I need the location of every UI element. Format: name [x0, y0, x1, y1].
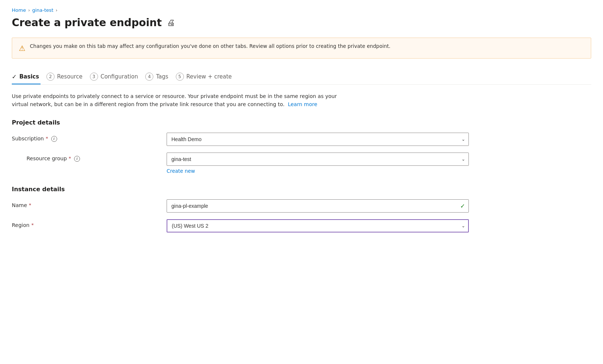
warning-banner: ⚠ Changes you make on this tab may affec…	[12, 38, 591, 59]
create-new-link[interactable]: Create new	[167, 168, 195, 174]
subscription-label: Subscription	[12, 136, 44, 141]
region-required: *	[31, 222, 34, 228]
tab-resource-label: Resource	[57, 73, 83, 80]
tab-tags-label: Tags	[156, 73, 168, 80]
description-text: Use private endpoints to privately conne…	[12, 92, 344, 109]
breadcrumb: Home › gina-test ›	[12, 7, 591, 13]
resource-group-row: Resource group * i gina-test ⌄ Create ne…	[12, 153, 591, 174]
resource-group-label-col: Resource group * i	[12, 153, 167, 162]
name-control: ✓	[167, 199, 469, 213]
tab-review-num: 5	[176, 73, 184, 81]
breadcrumb-sep-2: ›	[56, 8, 57, 13]
breadcrumb-sep-1: ›	[28, 8, 30, 13]
tab-resource-num: 2	[46, 73, 55, 81]
page-title-row: Create a private endpoint 🖨	[12, 17, 591, 29]
name-input[interactable]	[167, 199, 469, 213]
resource-group-required: *	[69, 155, 71, 161]
tab-review-create[interactable]: 5 Review + create	[176, 69, 239, 84]
learn-more-link[interactable]: Learn more	[288, 101, 317, 107]
tab-configuration[interactable]: 3 Configuration	[90, 69, 146, 84]
tab-configuration-num: 3	[90, 73, 98, 81]
instance-details-title: Instance details	[12, 186, 591, 193]
subscription-control: Health Demo ⌄	[167, 133, 469, 146]
project-details-section: Project details Subscription * i Health …	[12, 119, 591, 174]
resource-group-label: Resource group	[27, 155, 67, 161]
tabs-row: ✓ Basics 2 Resource 3 Configuration 4 Ta…	[12, 69, 591, 85]
name-required: *	[29, 202, 31, 208]
name-label: Name	[12, 202, 27, 208]
subscription-label-col: Subscription * i	[12, 133, 167, 142]
resource-group-control: gina-test ⌄ Create new	[167, 153, 469, 174]
region-row: Region * (US) West US 2 ⌄	[12, 219, 591, 232]
region-label-col: Region *	[12, 219, 167, 228]
warning-text: Changes you make on this tab may affect …	[30, 42, 390, 50]
subscription-row: Subscription * i Health Demo ⌄	[12, 133, 591, 146]
name-label-col: Name *	[12, 199, 167, 208]
instance-details-section: Instance details Name * ✓ Region * (US) …	[12, 186, 591, 232]
tab-configuration-label: Configuration	[101, 73, 138, 80]
region-select[interactable]: (US) West US 2	[167, 219, 469, 232]
tab-basics[interactable]: ✓ Basics	[12, 70, 46, 84]
tab-tags-num: 4	[145, 73, 153, 81]
region-select-wrapper: (US) West US 2 ⌄	[167, 219, 469, 232]
tab-review-label: Review + create	[187, 73, 232, 80]
name-input-wrapper: ✓	[167, 199, 469, 213]
name-row: Name * ✓	[12, 199, 591, 213]
resource-group-info-icon[interactable]: i	[74, 156, 80, 162]
subscription-select-wrapper: Health Demo ⌄	[167, 133, 469, 146]
name-valid-icon: ✓	[460, 202, 465, 209]
breadcrumb-parent[interactable]: gina-test	[32, 7, 53, 13]
print-icon[interactable]: 🖨	[167, 18, 175, 27]
subscription-select[interactable]: Health Demo	[167, 133, 469, 146]
tab-check-icon: ✓	[12, 73, 17, 80]
tab-resource[interactable]: 2 Resource	[46, 69, 90, 84]
tab-tags[interactable]: 4 Tags	[145, 69, 175, 84]
region-control: (US) West US 2 ⌄	[167, 219, 469, 232]
breadcrumb-home[interactable]: Home	[12, 7, 26, 13]
project-details-title: Project details	[12, 119, 591, 126]
warning-triangle-icon: ⚠	[19, 43, 25, 54]
region-label: Region	[12, 222, 29, 228]
resource-group-select-wrapper: gina-test ⌄	[167, 153, 469, 166]
page-title: Create a private endpoint	[12, 17, 162, 29]
resource-group-select[interactable]: gina-test	[167, 153, 469, 166]
subscription-info-icon[interactable]: i	[51, 136, 57, 142]
tab-basics-label: Basics	[19, 73, 39, 80]
subscription-required: *	[46, 136, 48, 141]
